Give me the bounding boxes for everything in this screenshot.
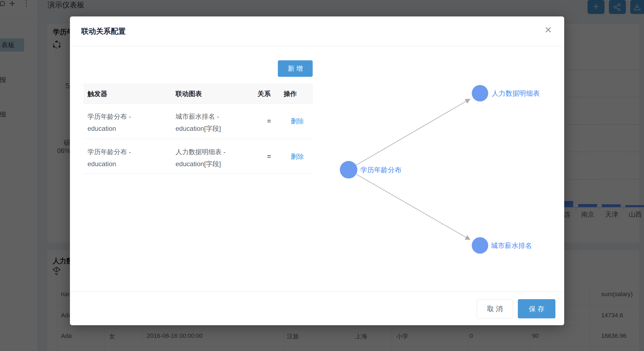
graph-node-label: 城市薪水排名 — [491, 242, 532, 249]
dialog-header-divider — [70, 46, 564, 46]
row-divider — [83, 139, 313, 139]
linkage-graph: 学历年龄分布 人力数据明细表 城市薪水排名 — [315, 55, 564, 291]
linkage-config-dialog: 联动关系配置 ✕ 新 增 触发器 联动图表 关系 操作 学历年龄分布 - edu… — [70, 16, 564, 325]
close-icon[interactable]: ✕ — [544, 25, 552, 35]
col-trigger: 触发器 — [87, 89, 107, 98]
trigger-line2: education — [87, 123, 131, 135]
relation-cell: = — [267, 153, 271, 160]
target-line2: education[字段] — [176, 123, 221, 135]
target-line2: education[字段] — [176, 158, 226, 170]
edge-to-top-node — [356, 99, 470, 165]
add-linkage-button[interactable]: 新 增 — [278, 60, 313, 77]
graph-node-city-salary[interactable] — [472, 237, 488, 254]
trigger-cell: 学历年龄分布 - education — [87, 111, 131, 135]
trigger-line2: education — [87, 158, 131, 170]
relation-cell: = — [267, 117, 271, 125]
row-divider — [83, 103, 313, 104]
graph-node-label: 学历年龄分布 — [360, 166, 402, 174]
trigger-cell: 学历年龄分布 - education — [87, 146, 131, 170]
trigger-line1: 学历年龄分布 - — [87, 111, 131, 123]
edge-to-bottom-node — [357, 174, 470, 239]
col-linked-chart: 联动图表 — [176, 89, 202, 98]
linked-chart-cell: 人力数据明细表 - education[字段] — [176, 146, 226, 170]
linked-chart-cell: 城市薪水排名 - education[字段] — [176, 111, 221, 135]
delete-link[interactable]: 删除 — [291, 152, 304, 161]
target-line1: 人力数据明细表 - — [176, 146, 226, 158]
graph-node-label: 人力数据明细表 — [492, 89, 540, 97]
cancel-button[interactable]: 取 消 — [477, 299, 513, 318]
save-button[interactable]: 保 存 — [518, 299, 555, 318]
graph-node-education-age[interactable] — [340, 161, 357, 179]
delete-link[interactable]: 删除 — [291, 117, 304, 126]
dialog-title: 联动关系配置 — [81, 26, 126, 36]
dialog-footer-divider — [70, 291, 564, 292]
trigger-line1: 学历年龄分布 - — [87, 146, 131, 158]
col-action: 操作 — [284, 89, 297, 98]
target-line1: 城市薪水排名 - — [176, 111, 221, 123]
row-divider — [83, 173, 313, 174]
graph-node-hr-detail[interactable] — [472, 85, 488, 101]
col-relation: 关系 — [258, 89, 271, 98]
